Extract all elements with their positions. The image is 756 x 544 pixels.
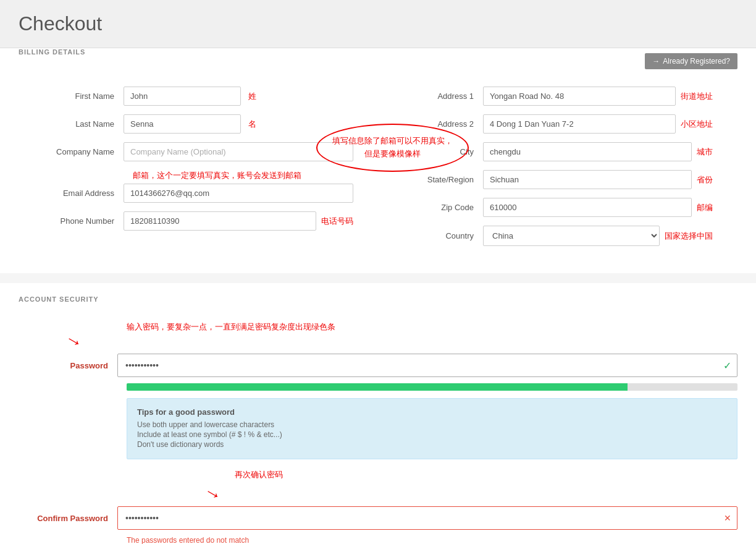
section-gap — [0, 273, 756, 283]
state-row: State/Region 省份 — [403, 170, 713, 189]
country-annotation: 国家选择中国 — [665, 231, 713, 242]
zip-input[interactable] — [483, 198, 692, 217]
address1-input-wrap: 街道地址 — [483, 87, 713, 106]
first-name-row: First Name 姓 — [43, 87, 353, 106]
password-tips-box: Tips for a good password Use both upper … — [127, 398, 737, 459]
last-name-input[interactable] — [124, 114, 241, 134]
address2-input-wrap: 小区地址 — [483, 114, 713, 134]
login-icon: → — [652, 57, 660, 66]
phone-number-row: Phone Number 电话号码 — [43, 211, 353, 231]
first-name-annotation: 姓 — [248, 91, 256, 101]
phone-input[interactable] — [124, 211, 316, 231]
state-input[interactable] — [483, 170, 692, 189]
password-label: Password — [19, 361, 117, 370]
confirm-annotation-text: 再次确认密码 — [235, 469, 283, 480]
page-title: Checkout — [19, 12, 737, 35]
password-strength-bar-fill — [127, 383, 628, 391]
company-name-label: Company Name — [43, 147, 124, 156]
country-select[interactable]: China — [483, 226, 660, 246]
address2-annotation: 小区地址 — [681, 119, 713, 130]
page-title-bar: Checkout — [0, 0, 756, 48]
billing-header: BILLING DETAILS → Already Registered? — [19, 48, 737, 74]
country-row: Country China 国家选择中国 — [403, 226, 713, 246]
tips-list: Use both upper and lowercase characters … — [137, 420, 727, 449]
billing-form-right: 填写信息除了邮箱可以不用真实，但是要像模像样 Address 1 街道地址 Ad… — [378, 87, 737, 255]
phone-input-wrap: 电话号码 — [124, 211, 353, 231]
state-annotation: 省份 — [697, 174, 713, 185]
email-input-row: Email Address — [43, 184, 353, 203]
password-input[interactable] — [117, 354, 737, 377]
billing-section: BILLING DETAILS → Already Registered? Fi… — [0, 48, 756, 273]
zip-annotation: 邮编 — [697, 202, 713, 213]
confirm-password-input[interactable] — [117, 506, 737, 530]
state-input-wrap: 省份 — [483, 170, 713, 189]
confirm-arrow-area: → — [204, 483, 737, 504]
company-name-row: Company Name — [43, 142, 353, 161]
password-check-icon: ✓ — [723, 360, 731, 372]
bubble-annotation-wrap: 填写信息除了邮箱可以不用真实，但是要像模像样 — [316, 124, 469, 172]
password-input-wrap: ✓ — [117, 354, 737, 377]
city-input-wrap: 城市 — [483, 142, 713, 161]
account-security-title: ACCOUNT SECURITY — [19, 295, 737, 309]
password-row: Password ✓ — [19, 354, 737, 377]
billing-form-grid: First Name 姓 Last Name 名 Company Name — [19, 87, 737, 255]
country-label: Country — [403, 231, 483, 240]
confirm-annotation-area: 再次确认密码 — [235, 469, 737, 480]
tips-title: Tips for a good password — [137, 407, 727, 417]
password-annotation-text: 输入密码，要复杂一点，一直到满足密码复杂度出现绿色条 — [127, 321, 335, 333]
phone-number-label: Phone Number — [43, 216, 124, 226]
email-address-row: 邮箱，这个一定要填写真实，账号会发送到邮箱 Email Address — [43, 170, 353, 203]
confirm-password-input-wrap: ✕ — [117, 506, 737, 530]
address1-label: Address 1 — [403, 91, 483, 101]
last-name-label: Last Name — [43, 119, 124, 129]
address1-row: Address 1 街道地址 — [403, 87, 713, 106]
last-name-row: Last Name 名 — [43, 114, 353, 134]
first-name-input-wrap: 姓 — [124, 87, 353, 106]
tip-item-3: Don't use dictionary words — [137, 440, 727, 449]
email-input[interactable] — [124, 184, 353, 203]
email-annotation: 邮箱，这个一定要填写真实，账号会发送到邮箱 — [133, 170, 301, 181]
address1-input[interactable] — [483, 87, 676, 106]
bubble-annotation: 填写信息除了邮箱可以不用真实，但是要像模像样 — [316, 124, 469, 172]
confirm-password-clear-icon[interactable]: ✕ — [724, 513, 731, 523]
billing-section-title: BILLING DETAILS — [19, 48, 85, 62]
address1-annotation: 街道地址 — [681, 91, 713, 102]
password-arrow-area: → — [127, 336, 737, 351]
password-arrow-icon: → — [61, 327, 88, 354]
password-strength-bar-wrap — [127, 383, 737, 391]
confirm-password-row: Confirm Password ✕ — [19, 506, 737, 530]
first-name-input[interactable] — [124, 87, 241, 106]
email-address-label: Email Address — [43, 189, 124, 198]
tip-item-2: Include at least one symbol (# $ ! % & e… — [137, 430, 727, 439]
zip-label: Zip Code — [403, 203, 483, 212]
zip-input-wrap: 邮编 — [483, 198, 713, 217]
state-label: State/Region — [403, 175, 483, 184]
confirm-arrow-icon: → — [200, 480, 227, 507]
password-annotation-area: 输入密码，要复杂一点，一直到满足密码复杂度出现绿色条 — [127, 321, 737, 333]
phone-annotation: 电话号码 — [321, 216, 353, 227]
confirm-password-label: Confirm Password — [19, 514, 117, 523]
country-select-wrap: China 国家选择中国 — [483, 226, 713, 246]
last-name-annotation: 名 — [248, 119, 256, 129]
zip-row: Zip Code 邮编 — [403, 198, 713, 217]
address2-input[interactable] — [483, 114, 676, 134]
confirm-password-error: The passwords entered do not match — [127, 536, 737, 544]
tip-item-1: Use both upper and lowercase characters — [137, 420, 727, 429]
account-security-section: ACCOUNT SECURITY 输入密码，要复杂一点，一直到满足密码复杂度出现… — [0, 283, 756, 544]
already-registered-button[interactable]: → Already Registered? — [645, 53, 737, 69]
city-annotation: 城市 — [697, 147, 713, 158]
first-name-label: First Name — [43, 91, 124, 101]
city-input[interactable] — [483, 142, 692, 161]
